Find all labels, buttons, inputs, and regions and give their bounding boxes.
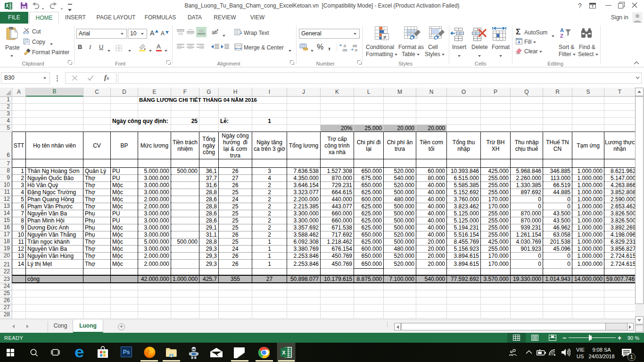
svg-text:X: X [282, 350, 286, 355]
svg-text:.00: .00 [342, 48, 347, 52]
svg-text:A: A [560, 27, 564, 33]
svg-text:≠: ≠ [383, 34, 387, 41]
svg-text:ab: ab [212, 29, 217, 35]
svg-text:.00: .00 [352, 44, 357, 48]
svg-text:.0: .0 [354, 48, 357, 52]
svg-text:.0: .0 [343, 44, 346, 48]
svg-text:Z: Z [560, 33, 563, 39]
